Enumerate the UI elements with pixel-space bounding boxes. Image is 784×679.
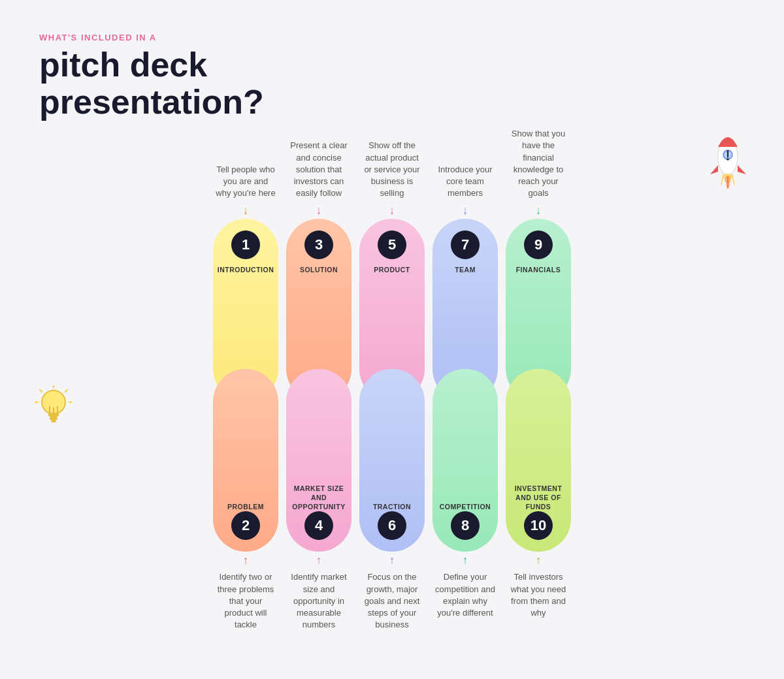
pill-10: INVESTMENT AND USE OF FUNDS 10 — [506, 369, 571, 552]
svg-rect-6 — [48, 413, 59, 417]
pill-8: COMPETITION 8 — [433, 369, 498, 552]
label-7: TEAM — [449, 266, 481, 275]
page-container: What's included in a pitch deck presenta… — [0, 0, 784, 679]
desc-1: Tell people who you are and why you're h… — [213, 147, 278, 199]
label-3: SOLUTION — [295, 266, 343, 275]
desc-2: Identify two or three problems that your… — [213, 571, 278, 630]
arrow-4: ↑ — [316, 554, 322, 566]
desc-4: Identify market size and opportunity in … — [286, 571, 351, 630]
number-1: 1 — [231, 230, 260, 259]
arrow-6: ↑ — [389, 554, 395, 566]
svg-line-2 — [65, 390, 67, 392]
svg-line-18 — [721, 175, 723, 185]
svg-point-22 — [727, 158, 729, 161]
number-6: 6 — [378, 511, 406, 540]
number-9: 9 — [524, 230, 553, 259]
number-8: 8 — [451, 511, 480, 540]
col-9-10: Show that you have the financial knowled… — [503, 147, 574, 630]
arrow-10: ↑ — [536, 554, 542, 566]
label-5: PRODUCT — [368, 266, 415, 275]
label-9: FINANCIALS — [511, 266, 566, 275]
arrow-8: ↑ — [463, 554, 468, 566]
col-1-2: Tell people who you are and why you're h… — [210, 147, 281, 630]
desc-3: Present a clear and concise solution tha… — [286, 147, 351, 199]
desc-10: Tell investors what you need from them a… — [506, 571, 571, 630]
label-4: MARKET SIZE AND OPPORTUNITY — [286, 484, 351, 511]
arrow-2: ↑ — [243, 554, 249, 566]
svg-rect-7 — [50, 417, 57, 420]
rocket-icon — [704, 127, 753, 195]
number-5: 5 — [378, 230, 406, 259]
page-title: pitch deck presentation? — [39, 46, 745, 121]
number-3: 3 — [304, 230, 333, 259]
label-6: TRACTION — [368, 503, 416, 512]
pill-4: MARKET SIZE AND OPPORTUNITY 4 — [286, 369, 351, 552]
desc-8: Define your competition and explain why … — [433, 571, 498, 630]
diagram: Tell people who you are and why you're h… — [39, 147, 745, 630]
desc-7: Introduce your core team members — [433, 147, 498, 199]
col-3-4: Present a clear and concise solution tha… — [284, 147, 354, 630]
arrow-7: ↓ — [463, 204, 468, 216]
arrow-9: ↓ — [536, 204, 542, 216]
label-1: INTRODUCTION — [212, 266, 280, 275]
svg-line-20 — [732, 175, 734, 185]
label-2: PROBLEM — [222, 503, 269, 512]
subtitle: What's included in a — [39, 33, 745, 42]
number-2: 2 — [231, 511, 260, 540]
label-8: COMPETITION — [434, 503, 496, 512]
lightbulb-icon — [34, 385, 73, 437]
svg-rect-8 — [51, 420, 56, 422]
number-4: 4 — [304, 511, 333, 540]
label-10: INVESTMENT AND USE OF FUNDS — [506, 484, 571, 511]
col-5-6: Show off the actual product or service y… — [357, 147, 427, 630]
col-7-8: Introduce your core team members ↓ 7 TEA… — [430, 147, 500, 630]
number-7: 7 — [451, 230, 480, 259]
svg-line-3 — [40, 390, 42, 392]
desc-5: Show off the actual product or service y… — [359, 147, 425, 199]
number-10: 10 — [524, 511, 553, 540]
desc-9: Show that you have the financial knowled… — [506, 147, 571, 199]
arrow-1: ↓ — [243, 204, 249, 216]
arrow-3: ↓ — [316, 204, 322, 216]
desc-6: Focus on the growth, major goals and nex… — [359, 571, 425, 630]
pill-6: TRACTION 6 — [359, 369, 425, 552]
pill-2: PROBLEM 2 — [213, 369, 278, 552]
arrow-5: ↓ — [389, 204, 395, 216]
